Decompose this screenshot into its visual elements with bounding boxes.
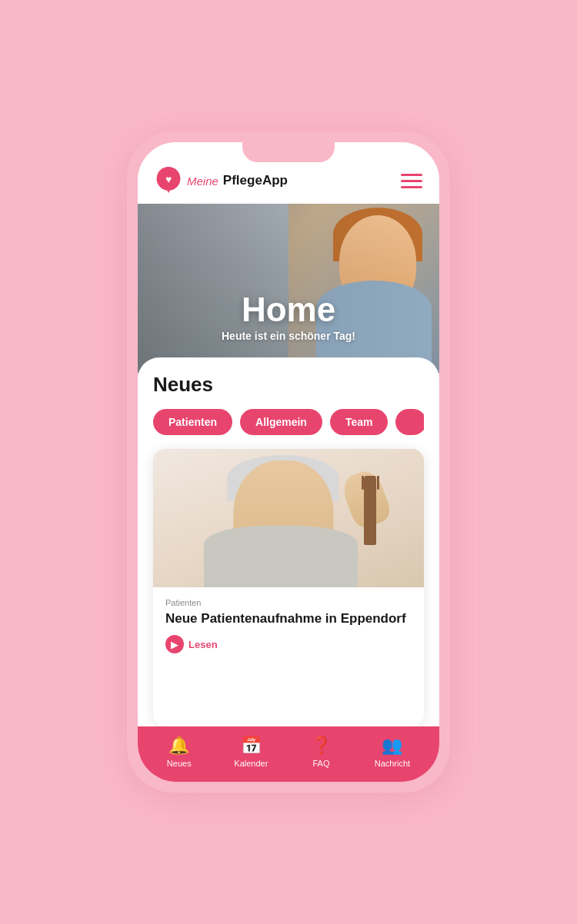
filter-pills: Patienten Allgemein Team bbox=[153, 409, 424, 435]
logo-pin-icon: ♥ bbox=[155, 167, 182, 194]
hamburger-line-3 bbox=[401, 186, 422, 188]
nav-item-nachricht[interactable]: 👥 Nachricht bbox=[375, 736, 410, 768]
nav-label-neues: Neues bbox=[167, 759, 192, 768]
bell-icon: 🔔 bbox=[168, 736, 189, 756]
phone-frame: ♥ MeinePflegeApp Home Heut bbox=[138, 142, 439, 782]
card-title: Neue Patientenaufnahme in Eppendorf bbox=[165, 610, 412, 627]
comb-tooth bbox=[365, 476, 368, 490]
phone-notch bbox=[242, 142, 335, 162]
bottom-nav: 🔔 Neues 📅 Kalender ❓ FAQ 👥 Nachricht bbox=[138, 726, 439, 782]
comb-tooth bbox=[377, 476, 379, 490]
logo-text-pflege: PflegeApp bbox=[223, 173, 288, 188]
nav-item-neues[interactable]: 🔔 Neues bbox=[167, 736, 192, 768]
card-image bbox=[153, 449, 424, 587]
comb-tooth bbox=[369, 476, 372, 490]
read-arrow-icon: ▶ bbox=[165, 635, 184, 653]
news-card: Patienten Neue Patientenaufnahme in Eppe… bbox=[153, 449, 424, 726]
read-button[interactable]: ▶ Lesen bbox=[165, 635, 412, 653]
content-area: Neues Patienten Allgemein Team bbox=[138, 357, 439, 726]
question-icon: ❓ bbox=[311, 736, 332, 756]
nav-label-kalender: Kalender bbox=[234, 759, 268, 768]
nav-item-faq[interactable]: ❓ FAQ bbox=[311, 736, 332, 768]
logo-container: ♥ MeinePflegeApp bbox=[155, 167, 288, 194]
nav-label-faq: FAQ bbox=[313, 759, 330, 768]
hamburger-line-1 bbox=[401, 174, 422, 176]
comb-tooth bbox=[362, 476, 364, 490]
calendar-icon: 📅 bbox=[241, 736, 262, 756]
hero-background bbox=[138, 204, 439, 373]
svg-text:♥: ♥ bbox=[165, 174, 172, 185]
hero-text: Home Heute ist ein schöner Tag! bbox=[138, 293, 439, 342]
hero-section: Home Heute ist ein schöner Tag! bbox=[138, 204, 439, 373]
hero-subtitle: Heute ist ein schöner Tag! bbox=[138, 330, 439, 342]
pill-patienten[interactable]: Patienten bbox=[153, 409, 232, 435]
card-content: Patienten Neue Patientenaufnahme in Eppe… bbox=[153, 587, 424, 664]
chat-icon: 👥 bbox=[382, 736, 402, 756]
hamburger-line-2 bbox=[401, 180, 422, 182]
section-title: Neues bbox=[153, 373, 424, 397]
hero-overlay bbox=[138, 204, 439, 373]
hamburger-menu[interactable] bbox=[401, 174, 422, 188]
hero-title: Home bbox=[138, 293, 439, 327]
phone-outer: ♥ MeinePflegeApp Home Heut bbox=[127, 131, 450, 793]
nav-label-nachricht: Nachricht bbox=[375, 759, 410, 768]
comb-teeth bbox=[362, 476, 379, 490]
nav-item-kalender[interactable]: 📅 Kalender bbox=[234, 736, 268, 768]
svg-marker-2 bbox=[166, 188, 172, 193]
elder-background bbox=[153, 449, 424, 587]
elder-body bbox=[204, 526, 358, 587]
read-label: Lesen bbox=[188, 639, 218, 650]
pill-team[interactable]: Team bbox=[330, 409, 389, 435]
card-category: Patienten bbox=[165, 598, 412, 607]
logo-text-meine: Meine bbox=[187, 174, 218, 188]
pill-allgemein[interactable]: Allgemein bbox=[240, 409, 322, 435]
pill-more[interactable] bbox=[395, 409, 424, 435]
comb-tooth bbox=[373, 476, 375, 490]
